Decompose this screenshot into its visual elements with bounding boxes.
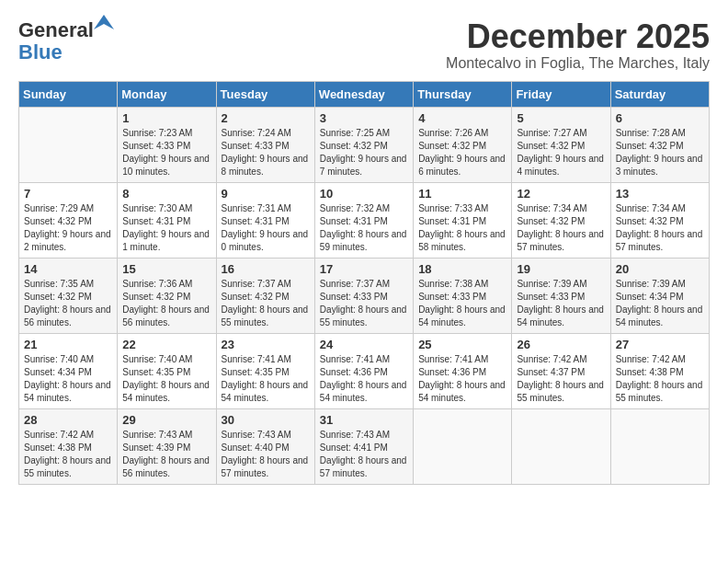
sunrise-text: Sunrise: 7:42 AM [24, 430, 94, 440]
day-info: Sunrise: 7:38 AM Sunset: 4:33 PM Dayligh… [418, 278, 506, 329]
sunset-text: Sunset: 4:35 PM [222, 367, 290, 377]
calendar-week-row: 21 Sunrise: 7:40 AM Sunset: 4:34 PM Dayl… [19, 333, 710, 408]
day-info: Sunrise: 7:40 AM Sunset: 4:34 PM Dayligh… [24, 353, 112, 405]
day-number: 24 [320, 338, 408, 351]
day-info: Sunrise: 7:32 AM Sunset: 4:31 PM Dayligh… [320, 202, 408, 254]
day-number: 30 [222, 413, 310, 427]
sunrise-text: Sunrise: 7:29 AM [24, 203, 94, 213]
day-number: 20 [616, 262, 704, 276]
day-number: 12 [517, 187, 605, 201]
logo-bird-icon [94, 15, 114, 29]
daylight-text: Daylight: 8 hours and 54 minutes. [418, 380, 506, 403]
day-number: 18 [418, 262, 506, 276]
day-info: Sunrise: 7:33 AM Sunset: 4:31 PM Dayligh… [418, 202, 506, 254]
header-sunday: Sunday [19, 81, 118, 107]
sunrise-text: Sunrise: 7:40 AM [122, 354, 192, 364]
day-number: 9 [222, 187, 310, 201]
sunrise-text: Sunrise: 7:43 AM [320, 430, 390, 440]
day-info: Sunrise: 7:34 AM Sunset: 4:32 PM Dayligh… [616, 202, 704, 254]
calendar-cell: 18 Sunrise: 7:38 AM Sunset: 4:33 PM Dayl… [414, 258, 512, 333]
svg-marker-0 [94, 15, 114, 29]
daylight-text: Daylight: 8 hours and 56 minutes. [122, 304, 210, 327]
sunset-text: Sunset: 4:32 PM [320, 141, 388, 151]
sunrise-text: Sunrise: 7:26 AM [418, 128, 488, 138]
daylight-text: Daylight: 9 hours and 3 minutes. [616, 154, 703, 177]
calendar-cell: 8 Sunrise: 7:30 AM Sunset: 4:31 PM Dayli… [118, 182, 216, 258]
calendar-cell: 7 Sunrise: 7:29 AM Sunset: 4:32 PM Dayli… [19, 182, 118, 258]
day-number: 31 [320, 413, 408, 427]
calendar-cell: 4 Sunrise: 7:26 AM Sunset: 4:32 PM Dayli… [414, 107, 512, 182]
daylight-text: Daylight: 8 hours and 54 minutes. [122, 380, 210, 403]
header-friday: Friday [512, 81, 610, 107]
calendar-cell: 19 Sunrise: 7:39 AM Sunset: 4:33 PM Dayl… [512, 258, 610, 333]
sunrise-text: Sunrise: 7:37 AM [222, 279, 291, 289]
sunset-text: Sunset: 4:32 PM [418, 141, 486, 151]
sunrise-text: Sunrise: 7:41 AM [418, 354, 488, 364]
header-wednesday: Wednesday [314, 81, 413, 107]
calendar-week-row: 28 Sunrise: 7:42 AM Sunset: 4:38 PM Dayl… [19, 408, 710, 484]
sunset-text: Sunset: 4:32 PM [24, 216, 92, 226]
day-info: Sunrise: 7:35 AM Sunset: 4:32 PM Dayligh… [24, 278, 112, 329]
day-number: 4 [418, 111, 506, 125]
day-number: 27 [616, 338, 704, 351]
calendar-cell: 22 Sunrise: 7:40 AM Sunset: 4:35 PM Dayl… [118, 333, 216, 408]
day-info: Sunrise: 7:43 AM Sunset: 4:40 PM Dayligh… [222, 429, 310, 480]
sunrise-text: Sunrise: 7:23 AM [122, 128, 192, 138]
month-title: December 2025 [446, 18, 710, 55]
sunset-text: Sunset: 4:37 PM [517, 367, 585, 377]
daylight-text: Daylight: 8 hours and 54 minutes. [222, 380, 309, 403]
sunset-text: Sunset: 4:31 PM [320, 216, 388, 226]
day-info: Sunrise: 7:42 AM Sunset: 4:37 PM Dayligh… [517, 353, 605, 405]
calendar-cell: 14 Sunrise: 7:35 AM Sunset: 4:32 PM Dayl… [19, 258, 118, 333]
calendar-cell: 29 Sunrise: 7:43 AM Sunset: 4:39 PM Dayl… [118, 408, 216, 484]
sunset-text: Sunset: 4:31 PM [122, 216, 190, 226]
calendar-cell [19, 107, 118, 182]
day-info: Sunrise: 7:28 AM Sunset: 4:32 PM Dayligh… [616, 127, 704, 178]
daylight-text: Daylight: 8 hours and 55 minutes. [222, 304, 309, 327]
calendar-cell: 25 Sunrise: 7:41 AM Sunset: 4:36 PM Dayl… [414, 333, 512, 408]
sunset-text: Sunset: 4:32 PM [24, 292, 92, 302]
day-number: 10 [320, 187, 408, 201]
day-info: Sunrise: 7:23 AM Sunset: 4:33 PM Dayligh… [122, 127, 210, 178]
day-number: 16 [222, 262, 310, 276]
day-info: Sunrise: 7:43 AM Sunset: 4:41 PM Dayligh… [320, 429, 408, 480]
sunrise-text: Sunrise: 7:33 AM [418, 203, 488, 213]
sunset-text: Sunset: 4:35 PM [122, 367, 190, 377]
sunset-text: Sunset: 4:33 PM [517, 292, 585, 302]
sunset-text: Sunset: 4:33 PM [222, 141, 290, 151]
calendar-cell: 20 Sunrise: 7:39 AM Sunset: 4:34 PM Dayl… [610, 258, 709, 333]
day-number: 6 [616, 111, 704, 125]
daylight-text: Daylight: 9 hours and 2 minutes. [24, 229, 111, 252]
day-info: Sunrise: 7:25 AM Sunset: 4:32 PM Dayligh… [320, 127, 408, 178]
day-info: Sunrise: 7:40 AM Sunset: 4:35 PM Dayligh… [122, 353, 210, 405]
calendar-week-row: 14 Sunrise: 7:35 AM Sunset: 4:32 PM Dayl… [19, 258, 710, 333]
sunrise-text: Sunrise: 7:41 AM [222, 354, 291, 364]
sunrise-text: Sunrise: 7:32 AM [320, 203, 390, 213]
day-number: 19 [517, 262, 605, 276]
sunrise-text: Sunrise: 7:34 AM [616, 203, 686, 213]
calendar-cell: 24 Sunrise: 7:41 AM Sunset: 4:36 PM Dayl… [314, 333, 413, 408]
sunrise-text: Sunrise: 7:37 AM [320, 279, 390, 289]
calendar-cell: 16 Sunrise: 7:37 AM Sunset: 4:32 PM Dayl… [216, 258, 314, 333]
sunset-text: Sunset: 4:34 PM [616, 292, 684, 302]
sunrise-text: Sunrise: 7:42 AM [517, 354, 586, 364]
day-info: Sunrise: 7:36 AM Sunset: 4:32 PM Dayligh… [122, 278, 210, 329]
sunrise-text: Sunrise: 7:30 AM [122, 203, 192, 213]
day-number: 28 [24, 413, 112, 427]
sunset-text: Sunset: 4:33 PM [418, 292, 486, 302]
sunrise-text: Sunrise: 7:43 AM [222, 430, 291, 440]
sunset-text: Sunset: 4:33 PM [320, 292, 388, 302]
day-info: Sunrise: 7:27 AM Sunset: 4:32 PM Dayligh… [517, 127, 605, 178]
daylight-text: Daylight: 8 hours and 57 minutes. [517, 229, 604, 252]
day-number: 3 [320, 111, 408, 125]
daylight-text: Daylight: 8 hours and 54 minutes. [418, 304, 506, 327]
day-number: 1 [122, 111, 210, 125]
sunset-text: Sunset: 4:34 PM [24, 367, 92, 377]
calendar-cell: 1 Sunrise: 7:23 AM Sunset: 4:33 PM Dayli… [118, 107, 216, 182]
day-info: Sunrise: 7:43 AM Sunset: 4:39 PM Dayligh… [122, 429, 210, 480]
daylight-text: Daylight: 8 hours and 55 minutes. [616, 380, 703, 403]
sunset-text: Sunset: 4:36 PM [418, 367, 486, 377]
day-number: 15 [122, 262, 210, 276]
daylight-text: Daylight: 8 hours and 57 minutes. [222, 455, 309, 478]
day-number: 14 [24, 262, 112, 276]
